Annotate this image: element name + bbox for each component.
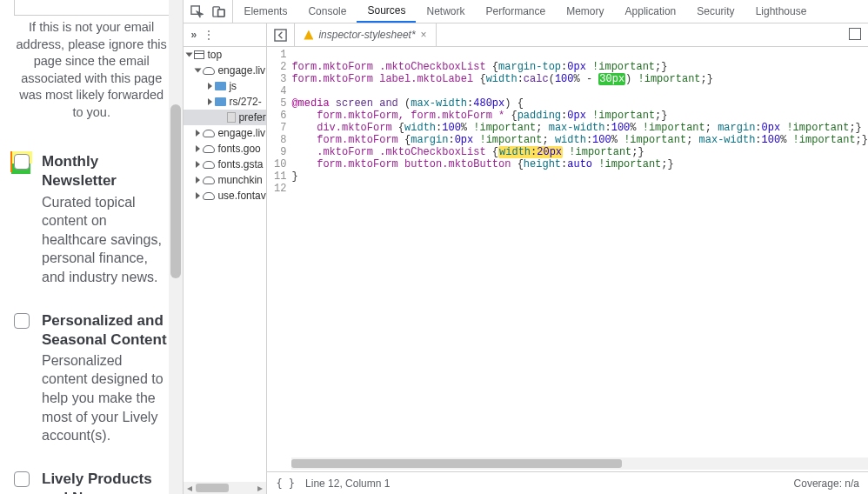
editor-status-bar: { } Line 12, Column 1 Coverage: n/a (267, 471, 868, 494)
tab-application[interactable]: Application (615, 0, 687, 23)
tab-performance[interactable]: Performance (476, 0, 557, 23)
option-desc: Personalized content designed to help yo… (42, 351, 169, 445)
svg-rect-2 (218, 9, 225, 16)
tree-item[interactable]: rs/272- (184, 94, 266, 110)
tab-memory[interactable]: Memory (556, 0, 614, 23)
tree-item[interactable]: engage.liv (184, 125, 266, 141)
cursor-position: Line 12, Column 1 (305, 477, 390, 490)
page-content: If this is not your email address, pleas… (0, 0, 183, 494)
maximize-icon[interactable] (849, 28, 861, 40)
tab-lighthouse[interactable]: Lighthouse (745, 0, 818, 23)
option-products-news: Lively Products and News Updates about f… (14, 470, 169, 494)
scrollbar-thumb[interactable] (291, 459, 622, 468)
option-title: Lively Products and News (42, 470, 169, 494)
cloud-icon (203, 192, 215, 200)
checkbox[interactable] (14, 313, 30, 329)
tree-label: top (207, 49, 222, 61)
caret-right-icon[interactable] (196, 161, 200, 168)
device-toggle-icon[interactable] (212, 5, 225, 18)
cloud-icon (203, 130, 215, 137)
tab-security[interactable]: Security (686, 0, 744, 23)
cloud-icon (203, 145, 215, 153)
page-scrollbar[interactable] (169, 0, 183, 494)
tree-label: engage.liv (217, 127, 265, 139)
file-tab-name: inspector-stylesheet* (318, 29, 415, 41)
form-field-outline (14, 0, 183, 16)
line-gutter: 123456789101112 (267, 47, 291, 471)
close-icon[interactable]: × (421, 29, 427, 41)
scroll-right-icon[interactable]: ▸ (254, 482, 266, 494)
tree-label: js (229, 80, 237, 92)
devtools-margin-overlay (10, 151, 12, 172)
scroll-left-icon[interactable]: ◂ (184, 482, 196, 494)
code-editor[interactable]: 123456789101112 form.mktoForm .mktoCheck… (267, 47, 868, 494)
folder-icon (215, 97, 226, 106)
tree-label: fonts.goo (217, 143, 260, 155)
pretty-print-icon[interactable]: { } (276, 477, 295, 490)
tree-label: rs/272- (229, 96, 261, 108)
option-personalized: Personalized and Seasonal Content Person… (14, 311, 169, 445)
file-tab-inspector-stylesheet[interactable]: inspector-stylesheet* × (295, 23, 436, 46)
tree-item[interactable]: prefere (184, 110, 266, 125)
option-monthly-newsletter: Monthly Newsletter Curated topical conte… (14, 152, 169, 286)
cloud-icon (203, 177, 215, 184)
tree-label: use.fontav (217, 190, 265, 202)
tree-item[interactable]: fonts.goo (184, 141, 266, 157)
scrollbar-thumb[interactable] (196, 484, 229, 492)
option-title: Personalized and Seasonal Content (42, 311, 169, 350)
option-desc: Curated topical content on healthcare sa… (42, 193, 169, 287)
caret-right-icon[interactable] (196, 130, 200, 137)
caret-right-icon[interactable] (196, 177, 200, 184)
caret-right-icon[interactable] (208, 98, 212, 105)
tree-label: engage.liv (217, 64, 265, 77)
tree-label: fonts.gsta (217, 158, 263, 170)
editor-horizontal-scrollbar[interactable] (291, 457, 868, 470)
kebab-menu-icon[interactable]: ⋮ (204, 29, 213, 41)
more-tabs-icon[interactable]: » (190, 29, 197, 41)
tree-item[interactable]: use.fontav (184, 188, 266, 204)
cloud-icon (203, 67, 215, 75)
file-icon (227, 112, 236, 123)
devtools-panel: Elements Console Sources Network Perform… (183, 0, 868, 494)
caret-right-icon[interactable] (208, 83, 212, 90)
option-title: Monthly Newsletter (42, 152, 169, 190)
nav-back-icon[interactable] (274, 29, 287, 42)
devtools-tabstrip: Elements Console Sources Network Perform… (184, 0, 868, 23)
tree-label: prefere (238, 111, 267, 124)
cloud-icon (203, 161, 215, 169)
caret-right-icon[interactable] (196, 192, 200, 199)
inspect-element-icon[interactable] (190, 5, 204, 18)
caret-down-icon[interactable] (186, 53, 193, 57)
warning-icon (304, 30, 313, 40)
tree-root-top[interactable]: top (184, 47, 266, 63)
coverage-status: Coverage: n/a (794, 477, 859, 490)
tab-elements[interactable]: Elements (233, 0, 297, 23)
sources-toolbar: » ⋮ inspector-stylesheet* × (184, 23, 868, 47)
window-icon (194, 50, 204, 59)
sources-navigator[interactable]: top engage.livjsrs/272-prefereengage.liv… (184, 47, 267, 494)
caret-right-icon[interactable] (196, 145, 200, 152)
checkbox[interactable] (14, 154, 30, 170)
tree-item[interactable]: fonts.gsta (184, 157, 266, 172)
intro-text: If this is not your email address, pleas… (14, 19, 169, 121)
caret-down-icon[interactable] (195, 69, 202, 73)
code-lines[interactable]: form.mktoForm .mktoCheckboxList {margin-… (291, 47, 868, 471)
checkbox[interactable] (14, 471, 30, 487)
tree-item[interactable]: munchkin (184, 172, 266, 188)
folder-icon (215, 82, 226, 90)
tab-network[interactable]: Network (416, 0, 475, 23)
tab-console[interactable]: Console (297, 0, 357, 23)
tree-horizontal-scrollbar[interactable]: ◂ ▸ (184, 482, 266, 494)
tree-label: munchkin (217, 174, 262, 186)
svg-rect-4 (275, 29, 286, 40)
tree-item[interactable]: js (184, 78, 266, 94)
tab-sources[interactable]: Sources (357, 0, 416, 23)
scrollbar-thumb[interactable] (170, 104, 181, 278)
tree-item[interactable]: engage.liv (184, 63, 266, 78)
